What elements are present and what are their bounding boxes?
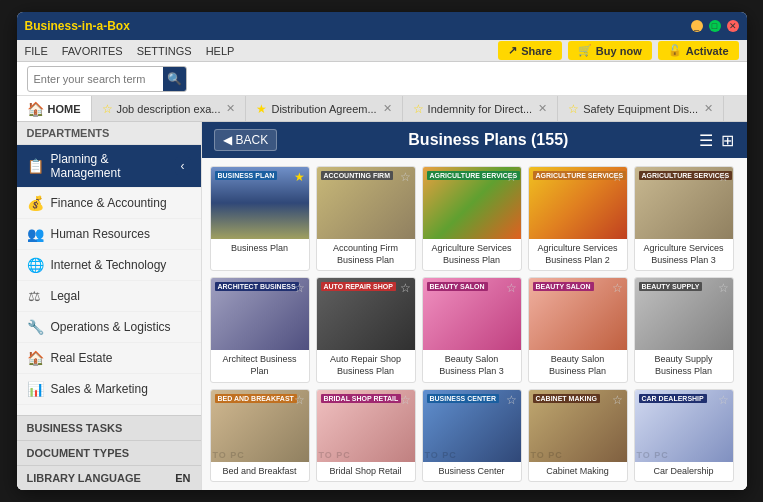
app-brand: Business-in-a-Box — [25, 19, 130, 33]
doc-card-beauty-supply[interactable]: BEAUTY SUPPLY ☆ Beauty Supply Business P… — [634, 277, 734, 382]
sidebar-item-internet[interactable]: 🌐 Internet & Technology — [17, 250, 201, 281]
watermark-bridal: TO PC — [319, 450, 351, 460]
doc-star-cabinet[interactable]: ☆ — [612, 393, 623, 407]
doc-star-auto[interactable]: ☆ — [400, 281, 411, 295]
menu-help[interactable]: HELP — [206, 45, 235, 57]
document-types-label: DOCUMENT TYPES — [27, 447, 130, 459]
sidebar-collapse-button[interactable]: ‹ — [175, 157, 191, 175]
doc-card-car[interactable]: CAR DEALERSHIP ☆ TO PC Car Dealership — [634, 389, 734, 483]
cart-icon: 🛒 — [578, 44, 592, 57]
sidebar-legal-label: Legal — [51, 289, 80, 303]
doc-star-supply[interactable]: ☆ — [718, 281, 729, 295]
close-button[interactable]: ✕ — [727, 20, 739, 32]
tab-indem-close[interactable]: ✕ — [538, 102, 547, 115]
doc-card-cabinet[interactable]: CABINET MAKING ☆ TO PC Cabinet Making — [528, 389, 628, 483]
doc-card-img-acc: ACCOUNTING FIRM ☆ — [317, 167, 415, 239]
back-label: BACK — [236, 133, 269, 147]
sidebar-business-tasks[interactable]: BUSINESS TASKS — [17, 415, 201, 440]
doc-card-name-agri2: Agriculture Services Business Plan 2 — [529, 239, 627, 270]
tab-safety[interactable]: ☆ Safety Equipment Dis... ✕ — [558, 96, 724, 121]
sidebar-item-finance[interactable]: 💰 Finance & Accounting — [17, 188, 201, 219]
tab-indemnity[interactable]: ☆ Indemnity for Direct... ✕ — [403, 96, 559, 121]
grid-view-button[interactable]: ⊞ — [721, 131, 734, 150]
doc-card-biz-plan[interactable]: BUSINESS PLAN ★ Business Plan — [210, 166, 310, 271]
sidebar-item-hr[interactable]: 👥 Human Resources — [17, 219, 201, 250]
buy-label: Buy now — [596, 45, 642, 57]
sidebar-document-types[interactable]: DOCUMENT TYPES — [17, 440, 201, 465]
tab-indem-label: Indemnity for Direct... — [428, 103, 533, 115]
tab-distribution[interactable]: ★ Distribution Agreem... ✕ — [246, 96, 402, 121]
doc-star-agri3[interactable]: ☆ — [718, 170, 729, 184]
doc-star-car[interactable]: ☆ — [718, 393, 729, 407]
sidebar-item-planning[interactable]: 📋 Planning & Management ‹ — [17, 145, 201, 188]
sidebar-item-sales[interactable]: 📊 Sales & Marketing — [17, 374, 201, 405]
share-button[interactable]: ↗ Share — [498, 41, 562, 60]
doc-star-bizcentre[interactable]: ☆ — [506, 393, 517, 407]
tab-job[interactable]: ☆ Job description exa... ✕ — [92, 96, 247, 121]
doc-card-img-auto: AUTO REPAIR SHOP ☆ — [317, 278, 415, 350]
sidebar-planning-label: Planning & Management — [51, 152, 167, 180]
app-window: Business-in-a-Box _ □ ✕ FILE FAVORITES S… — [17, 12, 747, 490]
tab-safety-close[interactable]: ✕ — [704, 102, 713, 115]
doc-card-img-supply: BEAUTY SUPPLY ☆ — [635, 278, 733, 350]
maximize-button[interactable]: □ — [709, 20, 721, 32]
doc-card-agri3[interactable]: AGRICULTURE SERVICES ☆ Agriculture Servi… — [634, 166, 734, 271]
doc-star-acc[interactable]: ☆ — [400, 170, 411, 184]
doc-card-accounting[interactable]: ACCOUNTING FIRM ☆ Accounting Firm Busine… — [316, 166, 416, 271]
doc-card-label-bizcentre: BUSINESS CENTER — [427, 394, 500, 403]
doc-card-label-salon3: BEAUTY SALON — [427, 282, 488, 291]
activate-button[interactable]: 🔓 Activate — [658, 41, 739, 60]
language-code: EN — [175, 472, 190, 484]
doc-card-beauty-salon[interactable]: BEAUTY SALON ☆ Beauty Salon Business Pla… — [528, 277, 628, 382]
doc-card-bizcentre[interactable]: BUSINESS CENTER ☆ TO PC Business Center — [422, 389, 522, 483]
doc-star-bnb[interactable]: ☆ — [294, 393, 305, 407]
doc-card-bridal[interactable]: BRIDAL SHOP RETAIL ☆ TO PC Bridal Shop R… — [316, 389, 416, 483]
doc-card-name-auto: Auto Repair Shop Business Plan — [317, 350, 415, 381]
doc-star-biz[interactable]: ★ — [294, 170, 305, 184]
search-input[interactable] — [28, 70, 163, 88]
doc-card-bnb[interactable]: BED AND BREAKFAST ☆ TO PC Bed and Breakf… — [210, 389, 310, 483]
tab-dist-close[interactable]: ✕ — [383, 102, 392, 115]
watermark-bizcentre: TO PC — [425, 450, 457, 460]
menu-favorites[interactable]: FAVORITES — [62, 45, 123, 57]
doc-card-img-car: CAR DEALERSHIP ☆ TO PC — [635, 390, 733, 462]
tab-dist-label: Distribution Agreem... — [271, 103, 376, 115]
doc-card-architect[interactable]: ARCHITECT BUSINESS ☆ Architect Business … — [210, 277, 310, 382]
sidebar-library-language[interactable]: LIBRARY LANGUAGE EN — [17, 465, 201, 490]
sidebar-item-realestate[interactable]: 🏠 Real Estate — [17, 343, 201, 374]
menu-settings[interactable]: SETTINGS — [137, 45, 192, 57]
doc-star-agri2[interactable]: ☆ — [612, 170, 623, 184]
doc-row-1: BUSINESS PLAN ★ Business Plan ACCOUNTING… — [210, 166, 739, 271]
doc-star-salon[interactable]: ☆ — [612, 281, 623, 295]
menu-file[interactable]: FILE — [25, 45, 48, 57]
content-header: ◀ BACK Business Plans (155) ☰ ⊞ — [202, 122, 747, 158]
doc-card-img-cabinet: CABINET MAKING ☆ TO PC — [529, 390, 627, 462]
doc-card-agri1[interactable]: AGRICULTURE SERVICES ☆ Agriculture Servi… — [422, 166, 522, 271]
doc-card-name-bnb: Bed and Breakfast — [211, 462, 309, 482]
tab-home[interactable]: 🏠 HOME — [17, 96, 92, 121]
list-view-button[interactable]: ☰ — [699, 131, 713, 150]
tab-job-close[interactable]: ✕ — [226, 102, 235, 115]
doc-star-salon3[interactable]: ☆ — [506, 281, 517, 295]
sidebar-sales-label: Sales & Marketing — [51, 382, 148, 396]
tab-safety-star: ☆ — [568, 102, 579, 116]
tab-dist-star: ★ — [256, 102, 267, 116]
doc-card-autorepair[interactable]: AUTO REPAIR SHOP ☆ Auto Repair Shop Busi… — [316, 277, 416, 382]
doc-card-name-bridal: Bridal Shop Retail — [317, 462, 415, 482]
minimize-button[interactable]: _ — [691, 20, 703, 32]
doc-card-name-cabinet: Cabinet Making — [529, 462, 627, 482]
search-button[interactable]: 🔍 — [163, 67, 186, 91]
legal-icon: ⚖ — [27, 288, 43, 304]
sidebar-hr-label: Human Resources — [51, 227, 150, 241]
doc-star-bridal[interactable]: ☆ — [400, 393, 411, 407]
doc-star-agri1[interactable]: ☆ — [506, 170, 517, 184]
back-button[interactable]: ◀ BACK — [214, 129, 278, 151]
sidebar: DEPARTMENTS 📋 Planning & Management ‹ 💰 … — [17, 122, 202, 490]
sidebar-item-legal[interactable]: ⚖ Legal — [17, 281, 201, 312]
buy-button[interactable]: 🛒 Buy now — [568, 41, 652, 60]
doc-star-arch[interactable]: ☆ — [294, 281, 305, 295]
doc-card-beauty-salon3[interactable]: BEAUTY SALON ☆ Beauty Salon Business Pla… — [422, 277, 522, 382]
doc-card-label-arch: ARCHITECT BUSINESS — [215, 282, 299, 291]
doc-card-agri2[interactable]: AGRICULTURE SERVICES ☆ Agriculture Servi… — [528, 166, 628, 271]
sidebar-item-operations[interactable]: 🔧 Operations & Logistics — [17, 312, 201, 343]
